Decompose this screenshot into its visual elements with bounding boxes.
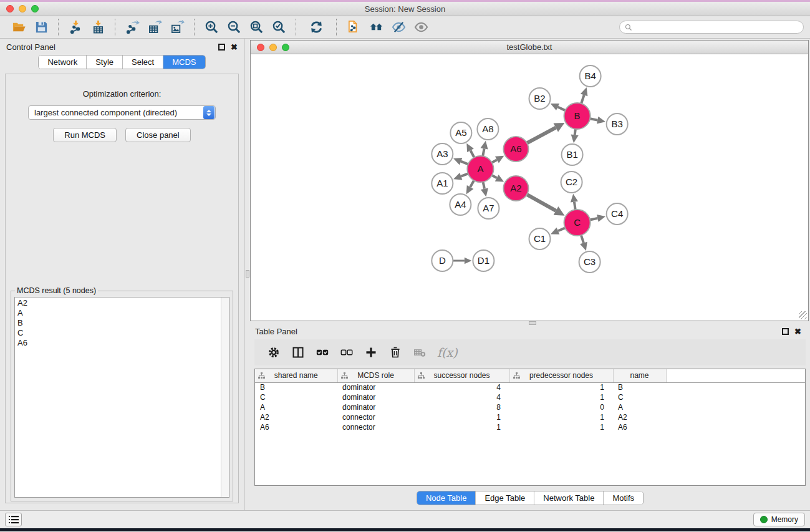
tab-style[interactable]: Style: [86, 56, 122, 69]
deselect-all-checkboxes-icon[interactable]: [339, 344, 355, 360]
delete-table-icon[interactable]: [412, 344, 428, 360]
table-cell[interactable]: A6: [613, 422, 666, 432]
table-row[interactable]: A2connector11A2: [255, 412, 805, 422]
horizontal-splitter-handle[interactable]: [529, 321, 536, 325]
table-cell[interactable]: 1: [509, 392, 613, 402]
table-cell[interactable]: dominator: [337, 402, 414, 412]
table-cell[interactable]: 0: [509, 402, 613, 412]
zoom-window-icon[interactable]: [31, 5, 39, 12]
column-header-successor-nodes[interactable]: successor nodes: [414, 369, 509, 382]
export-image-icon[interactable]: [169, 19, 185, 36]
search-field[interactable]: [619, 21, 804, 34]
graph-edge[interactable]: [483, 148, 484, 156]
table-cell[interactable]: A2: [613, 412, 666, 422]
table-cell[interactable]: 8: [414, 402, 509, 412]
add-column-icon[interactable]: [363, 344, 379, 360]
table-row[interactable]: A6connector11A6: [255, 422, 805, 432]
result-scrollbar[interactable]: [221, 297, 229, 497]
vertical-splitter-handle[interactable]: [246, 270, 249, 278]
graph-edge[interactable]: [527, 195, 556, 211]
resize-grip-icon[interactable]: [799, 311, 807, 319]
float-panel-icon[interactable]: [218, 44, 225, 51]
criterion-dropdown[interactable]: largest connected component (directed): [28, 105, 216, 120]
graph-edge[interactable]: [575, 129, 576, 135]
graph-edge[interactable]: [590, 118, 597, 120]
select-all-checkboxes-icon[interactable]: [314, 344, 330, 360]
table-cell[interactable]: A2: [255, 412, 337, 422]
settings-gear-icon[interactable]: [266, 344, 282, 360]
network-zoom-icon[interactable]: [282, 44, 289, 51]
graph-edge[interactable]: [470, 180, 474, 187]
search-input[interactable]: [635, 23, 798, 32]
minimize-window-icon[interactable]: [19, 5, 26, 12]
graph-edge[interactable]: [558, 228, 565, 231]
table-cell[interactable]: C: [613, 392, 666, 402]
network-canvas[interactable]: AA1A2A3A4A5A6A7A8BB1B2B3B4CC1C2C3C4DD1: [251, 54, 808, 321]
mcds-result-item[interactable]: A6: [17, 338, 229, 348]
zoom-fit-icon[interactable]: [248, 19, 264, 36]
mcds-result-item[interactable]: C: [17, 328, 229, 338]
table-cell[interactable]: 1: [414, 412, 509, 422]
refresh-icon[interactable]: [308, 19, 324, 36]
column-header-mcds-role[interactable]: MCDS role: [337, 369, 414, 382]
export-network-icon[interactable]: [124, 19, 140, 36]
close-table-panel-icon[interactable]: ✖: [794, 328, 801, 335]
network-close-icon[interactable]: [257, 44, 264, 51]
duplicate-network-icon[interactable]: [345, 19, 362, 36]
table-cell[interactable]: A: [255, 402, 337, 412]
hide-selected-eye-icon[interactable]: [390, 19, 407, 36]
graph-edge[interactable]: [492, 175, 497, 178]
save-session-icon[interactable]: [33, 19, 49, 36]
delete-column-icon[interactable]: [387, 344, 403, 360]
task-history-button[interactable]: [5, 513, 22, 526]
zoom-in-icon[interactable]: [203, 19, 219, 36]
tab-node-table[interactable]: Node Table: [417, 491, 476, 505]
tab-motifs[interactable]: Motifs: [603, 491, 643, 505]
tab-mcds[interactable]: MCDS: [163, 56, 205, 69]
table-cell[interactable]: B: [255, 382, 337, 392]
table-cell[interactable]: dominator: [337, 382, 414, 392]
graph-edge[interactable]: [461, 173, 468, 176]
table-cell[interactable]: A: [613, 402, 666, 412]
zoom-selected-icon[interactable]: [271, 19, 287, 36]
column-header-shared-name[interactable]: shared name: [255, 369, 337, 382]
table-cell[interactable]: B: [613, 382, 666, 392]
graph-edge[interactable]: [492, 160, 497, 163]
close-panel-icon[interactable]: ✖: [231, 44, 238, 51]
table-cell[interactable]: dominator: [337, 392, 414, 402]
import-network-icon[interactable]: [67, 19, 84, 36]
graph-edge[interactable]: [590, 218, 597, 220]
graph-edge[interactable]: [527, 128, 556, 143]
tab-network[interactable]: Network: [39, 56, 86, 69]
tab-network-table[interactable]: Network Table: [534, 491, 603, 505]
table-cell[interactable]: 1: [509, 422, 613, 432]
table-cell[interactable]: connector: [337, 422, 414, 432]
mcds-result-item[interactable]: B: [17, 318, 229, 328]
table-row[interactable]: Adominator80A: [255, 402, 805, 412]
home-layout-icon[interactable]: [368, 19, 384, 36]
graph-edge[interactable]: [483, 182, 485, 189]
function-builder-icon[interactable]: f(x): [437, 346, 458, 359]
open-file-icon[interactable]: [11, 19, 27, 36]
network-window-titlebar[interactable]: testGlobe.txt: [251, 41, 808, 54]
float-table-panel-icon[interactable]: [782, 328, 789, 335]
mcds-result-item[interactable]: A: [17, 308, 229, 318]
graph-edge[interactable]: [581, 235, 584, 243]
column-header-name[interactable]: name: [613, 369, 666, 382]
table-cell[interactable]: 1: [509, 412, 613, 422]
export-table-icon[interactable]: [147, 19, 163, 36]
mcds-result-item[interactable]: A2: [17, 298, 229, 308]
node-table[interactable]: shared name MCDS role successor nodes pr…: [254, 369, 806, 486]
memory-button[interactable]: Memory: [753, 513, 805, 526]
graph-edge[interactable]: [461, 162, 468, 165]
import-table-icon[interactable]: [90, 19, 106, 36]
table-cell[interactable]: 4: [414, 392, 509, 402]
graph-edge[interactable]: [581, 95, 584, 104]
table-cell[interactable]: 1: [414, 422, 509, 432]
table-cell[interactable]: 1: [509, 382, 613, 392]
table-cell[interactable]: connector: [337, 412, 414, 422]
run-mcds-button[interactable]: Run MCDS: [53, 128, 117, 142]
graph-edge[interactable]: [558, 107, 566, 111]
tab-edge-table[interactable]: Edge Table: [475, 491, 534, 505]
table-cell[interactable]: A6: [255, 422, 337, 432]
